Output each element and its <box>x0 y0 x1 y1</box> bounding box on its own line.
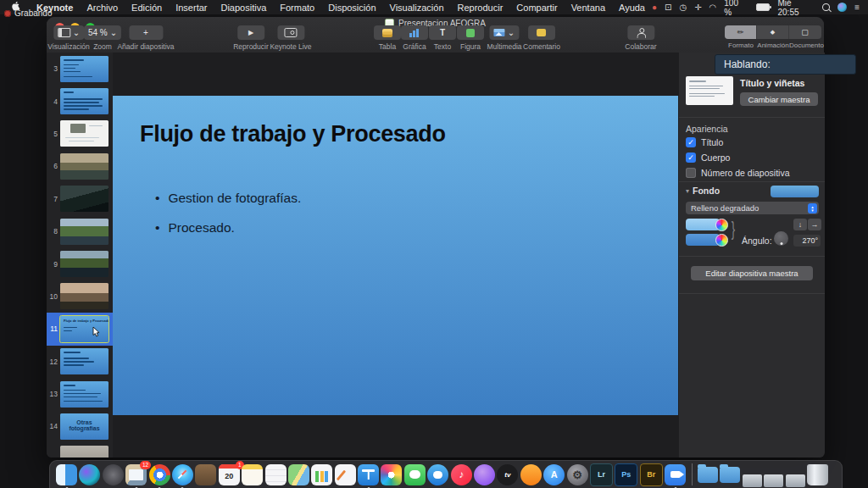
safari-dock-icon[interactable] <box>172 464 193 485</box>
apple-tv-dock-icon[interactable]: tv <box>497 464 518 485</box>
add-slide-button[interactable]: + <box>129 25 163 40</box>
slide-thumb-row-11-selected[interactable]: 11 Flujo de trabajo y Procesado <box>47 313 113 345</box>
minimized-window[interactable] <box>764 474 783 487</box>
minimized-window[interactable] <box>786 474 805 487</box>
slide-thumbnail[interactable] <box>60 88 108 114</box>
checkbox-unchecked-icon[interactable] <box>686 168 696 178</box>
spotlight-icon[interactable] <box>822 3 830 11</box>
chat-app-dock-icon[interactable] <box>427 464 448 485</box>
shape-button[interactable] <box>457 25 484 40</box>
checkbox-row-slide-number[interactable]: Número de diapositiva <box>686 168 789 178</box>
numbers-dock-icon[interactable] <box>311 464 332 485</box>
slide-thumbnail-photo[interactable] <box>60 446 108 458</box>
slide-thumb-row-15-partial[interactable] <box>47 443 113 458</box>
slide-thumb-row-8[interactable]: 8 <box>47 215 113 247</box>
calendar-dock-icon[interactable]: 201 <box>219 464 240 485</box>
siri-dock-icon[interactable] <box>79 464 100 485</box>
gradient-color-well-end[interactable] <box>686 234 720 246</box>
menu-item-ventana[interactable]: Ventana <box>565 3 612 13</box>
photoshop-dock-icon[interactable]: Ps <box>615 463 637 486</box>
angle-value-field[interactable]: 270° <box>793 235 821 247</box>
slide-thumb-row-14[interactable]: 14 Otras fotografías <box>47 410 113 442</box>
disclosure-triangle-icon[interactable]: ▾ <box>686 187 689 195</box>
slide-thumbnail-photo[interactable] <box>60 283 108 309</box>
menu-item-visualizacion[interactable]: Visualización <box>383 3 451 13</box>
launchpad-dock-icon[interactable] <box>103 464 124 485</box>
text-button[interactable]: T <box>429 25 456 40</box>
menu-item-disposicion[interactable]: Disposición <box>321 3 382 13</box>
pages-dock-icon[interactable] <box>335 464 356 485</box>
gradient-flip-horizontal-button[interactable]: → <box>808 219 821 230</box>
gradient-flip-vertical-button[interactable]: ↓ <box>793 219 807 230</box>
slide-thumbnail-map[interactable] <box>60 120 108 147</box>
zoom-dock-icon[interactable] <box>665 464 686 485</box>
display-icon[interactable]: ⊡ <box>665 3 671 12</box>
reminders-dock-icon[interactable] <box>265 464 287 485</box>
tab-animate[interactable]: ◆ <box>757 25 789 39</box>
media-button[interactable]: ⌄ <box>490 25 519 40</box>
slide-thumbnail[interactable] <box>60 381 108 408</box>
maps-dock-icon[interactable] <box>288 464 309 485</box>
fill-type-select[interactable]: Relleno degradado ▴▾ <box>686 202 819 214</box>
folder-dock-icon[interactable] <box>698 467 718 483</box>
checkbox-checked-icon[interactable]: ✓ <box>686 137 696 147</box>
collaborate-button[interactable] <box>627 25 654 40</box>
slide-thumbnail[interactable]: Flujo de trabajo y Procesado <box>60 316 108 342</box>
select-stepper-icon[interactable]: ▴▾ <box>808 203 817 214</box>
background-heading-row[interactable]: ▾ Fondo <box>686 186 720 196</box>
app-store-dock-icon[interactable]: A <box>543 464 565 485</box>
chart-button[interactable] <box>401 25 428 40</box>
lightroom-dock-icon[interactable]: Lr <box>590 463 613 486</box>
photos-dock-icon[interactable] <box>381 464 402 485</box>
slide-thumbnail[interactable] <box>60 56 108 82</box>
slide-thumbnail-photo[interactable] <box>60 219 108 245</box>
slide-thumb-row-7[interactable]: 7 <box>47 183 113 215</box>
messages-dock-icon[interactable] <box>404 464 426 485</box>
edit-master-button[interactable]: Editar diapositiva maestra <box>691 266 813 280</box>
menu-item-compartir[interactable]: Compartir <box>509 3 564 13</box>
color-wheel-icon[interactable] <box>715 234 728 247</box>
zoom-button[interactable]: 54 %⌄ <box>84 25 121 40</box>
notification-center-icon[interactable]: ≡ <box>854 3 860 12</box>
slide-thumb-row-5[interactable]: 5 <box>47 118 113 150</box>
settings-dock-icon[interactable]: ⚙ <box>567 464 588 485</box>
current-slide[interactable]: Flujo de trabajo y Procesado •Gestion de… <box>113 96 678 415</box>
time-machine-icon[interactable]: ◷ <box>679 3 687 12</box>
background-fill-swatch[interactable] <box>771 186 819 197</box>
keynote-live-button[interactable] <box>277 25 304 40</box>
bluetooth-icon[interactable]: ✛ <box>694 3 701 12</box>
menu-item-edicion[interactable]: Edición <box>125 3 169 13</box>
checkbox-checked-icon[interactable]: ✓ <box>686 152 696 163</box>
recording-badge[interactable]: Grabando <box>4 8 52 18</box>
minimized-window[interactable] <box>743 474 762 487</box>
finder-dock-icon[interactable] <box>56 464 77 485</box>
slide-canvas[interactable]: Flujo de trabajo y Procesado •Gestion de… <box>113 53 678 458</box>
podcasts-dock-icon[interactable] <box>474 464 495 485</box>
change-master-button[interactable]: Cambiar maestra <box>740 92 818 106</box>
color-wheel-icon[interactable] <box>715 219 728 231</box>
slide-thumb-row-12[interactable]: 12 <box>47 346 113 378</box>
slide-thumbnail[interactable]: Otras fotografías <box>60 413 108 440</box>
screen-recording-icon[interactable]: ● <box>652 3 657 12</box>
menu-item-formato[interactable]: Formato <box>273 3 321 13</box>
slide-body[interactable]: •Gestion de fotografías. •Procesado. <box>155 191 301 250</box>
checkbox-row-title[interactable]: ✓ Título <box>686 137 723 147</box>
slide-thumb-row-9[interactable]: 9 <box>47 247 113 280</box>
slide-thumb-row-13[interactable]: 13 <box>47 378 113 410</box>
books-dock-icon[interactable] <box>520 464 542 485</box>
menu-bar-clock[interactable]: Mié 20:55 <box>777 0 815 17</box>
folder-dock-icon[interactable] <box>720 467 740 483</box>
chrome-dock-icon[interactable] <box>149 464 170 485</box>
menu-item-ayuda[interactable]: Ayuda <box>612 3 652 13</box>
tab-document[interactable]: ▢ <box>789 25 821 39</box>
menu-item-insertar[interactable]: Insertar <box>169 3 214 13</box>
menu-item-archivo[interactable]: Archivo <box>80 3 125 13</box>
notes-dock-icon[interactable] <box>242 464 263 485</box>
battery-icon[interactable] <box>756 3 771 11</box>
contacts-dock-icon[interactable] <box>195 464 216 485</box>
tab-format[interactable]: ✏ <box>725 25 757 39</box>
menu-item-diapositiva[interactable]: Diapositiva <box>214 3 273 13</box>
keynote-dock-icon[interactable] <box>358 464 379 485</box>
slide-navigator[interactable]: 3 4 5 6 7 8 9 <box>47 53 113 458</box>
table-button[interactable] <box>374 25 401 40</box>
